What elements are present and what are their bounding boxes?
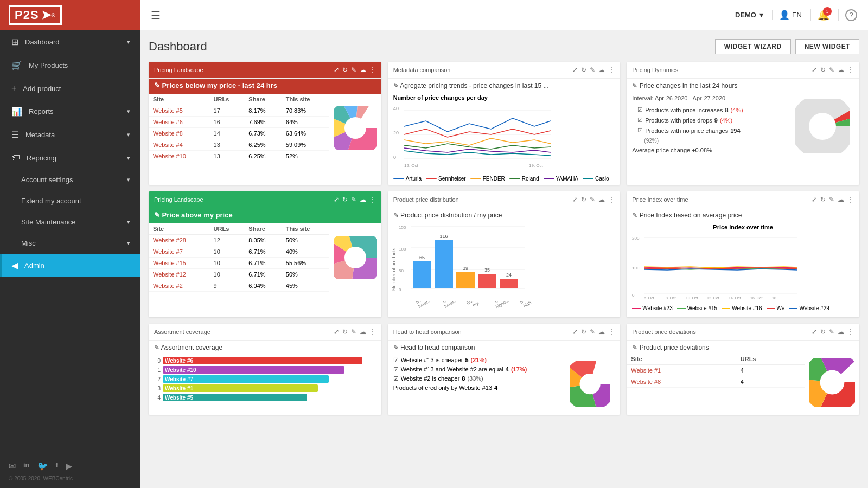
svg-text:40: 40 bbox=[393, 106, 399, 111]
expand-icon[interactable]: ⤢ bbox=[334, 66, 339, 74]
site-link[interactable]: Website #1 bbox=[627, 365, 736, 376]
menu-toggle-button[interactable]: ☰ bbox=[151, 9, 161, 22]
expand-icon[interactable]: ⤢ bbox=[812, 66, 817, 74]
new-widget-button[interactable]: NEW WIDGET bbox=[795, 39, 859, 54]
sidebar-item-metadata[interactable]: ☰ Metadata ▾ bbox=[0, 123, 140, 146]
sidebar-item-add-product[interactable]: + Add product bbox=[0, 77, 140, 100]
widget-title: Pricing Landscape bbox=[154, 67, 334, 73]
expand-icon[interactable]: ⤢ bbox=[334, 328, 339, 336]
refresh-icon[interactable]: ↻ bbox=[342, 66, 348, 74]
refresh-icon[interactable]: ↻ bbox=[820, 196, 826, 203]
metadata-icon: ☰ bbox=[11, 130, 19, 140]
edit-icon[interactable]: ✎ bbox=[351, 66, 356, 74]
h2h-body: ☑ Website #13 is cheaper 5 (21%) ☑ Websi… bbox=[388, 354, 621, 415]
more-icon[interactable]: ⋮ bbox=[608, 328, 615, 336]
sidebar-item-misc[interactable]: Misc ▾ bbox=[0, 233, 140, 254]
help-button[interactable]: ? bbox=[838, 9, 857, 21]
more-icon[interactable]: ⋮ bbox=[369, 196, 376, 203]
cloud-icon[interactable]: ☁ bbox=[838, 328, 844, 336]
refresh-icon[interactable]: ↻ bbox=[342, 196, 348, 203]
expand-icon[interactable]: ⤢ bbox=[572, 196, 578, 203]
cloud-icon[interactable]: ☁ bbox=[598, 328, 605, 336]
svg-text:35: 35 bbox=[484, 267, 490, 273]
url-count: 10 bbox=[209, 258, 245, 269]
x-label: Equal to my.. bbox=[463, 301, 487, 312]
edit-icon[interactable]: ✎ bbox=[351, 328, 356, 336]
sidebar-item-repricing[interactable]: 🏷 Repricing ▾ bbox=[0, 146, 140, 169]
cloud-icon[interactable]: ☁ bbox=[838, 196, 844, 203]
expand-icon[interactable]: ⤢ bbox=[812, 328, 817, 336]
site-link[interactable]: Website #15 bbox=[149, 258, 209, 269]
youtube-icon[interactable]: ▶ bbox=[66, 461, 72, 471]
col-urls: URLs bbox=[209, 94, 245, 105]
site-link[interactable]: Website #12 bbox=[149, 269, 209, 280]
expand-icon[interactable]: ⤢ bbox=[572, 66, 578, 74]
more-icon[interactable]: ⋮ bbox=[369, 328, 376, 336]
edit-icon[interactable]: ✎ bbox=[590, 328, 595, 336]
site-link[interactable]: Website #6 bbox=[149, 117, 209, 128]
edit-icon[interactable]: ✎ bbox=[829, 328, 834, 336]
sidebar-item-label: My Products bbox=[29, 61, 68, 69]
share-val: 6.71% bbox=[244, 269, 281, 280]
more-icon[interactable]: ⋮ bbox=[847, 196, 854, 203]
twitter-icon[interactable]: 🐦 bbox=[37, 461, 48, 471]
refresh-icon[interactable]: ↻ bbox=[342, 328, 348, 336]
more-icon[interactable]: ⋮ bbox=[608, 196, 615, 203]
refresh-icon[interactable]: ↻ bbox=[581, 66, 586, 74]
h2h-count: 8 bbox=[462, 375, 465, 382]
cloud-icon[interactable]: ☁ bbox=[360, 196, 366, 203]
site-link[interactable]: Website #28 bbox=[149, 235, 209, 246]
legend-line-icon bbox=[509, 178, 520, 179]
more-icon[interactable]: ⋮ bbox=[847, 66, 854, 74]
expand-icon[interactable]: ⤢ bbox=[334, 196, 339, 203]
sidebar-item-account-settings[interactable]: Account settings ▾ bbox=[0, 169, 140, 190]
email-icon[interactable]: ✉ bbox=[9, 461, 16, 471]
legend-yamaha: YAMAHA bbox=[544, 176, 579, 182]
plus-icon: + bbox=[11, 84, 16, 93]
share-val: 6.71% bbox=[244, 258, 281, 269]
h2h-text: Website #2 is cheaper bbox=[401, 375, 460, 382]
sidebar-item-dashboard[interactable]: ⊞ Dashboard ▾ bbox=[0, 30, 140, 54]
refresh-icon[interactable]: ↻ bbox=[581, 196, 586, 203]
notifications-button[interactable]: 🔔 3 bbox=[810, 9, 829, 21]
site-link[interactable]: Website #5 bbox=[149, 105, 209, 117]
sidebar-item-admin[interactable]: ◀ Admin bbox=[0, 254, 140, 277]
refresh-icon[interactable]: ↻ bbox=[820, 66, 826, 74]
edit-icon[interactable]: ✎ bbox=[829, 196, 834, 203]
site-link[interactable]: Website #10 bbox=[149, 151, 209, 162]
more-icon[interactable]: ⋮ bbox=[608, 66, 615, 74]
expand-icon[interactable]: ⤢ bbox=[812, 196, 817, 203]
facebook-icon[interactable]: f bbox=[56, 461, 58, 471]
refresh-icon[interactable]: ↻ bbox=[581, 328, 586, 336]
site-link[interactable]: Website #8 bbox=[149, 128, 209, 139]
sidebar-item-extend-account[interactable]: Extend my account bbox=[0, 190, 140, 211]
edit-icon[interactable]: ✎ bbox=[590, 196, 595, 203]
refresh-icon[interactable]: ↻ bbox=[820, 328, 826, 336]
linkedin-icon[interactable]: in bbox=[23, 461, 30, 471]
sidebar-item-my-products[interactable]: 🛒 My Products bbox=[0, 54, 140, 77]
bar-row-2: 2 Website #7 bbox=[154, 375, 376, 383]
site-link[interactable]: Website #8 bbox=[627, 376, 736, 388]
cloud-icon[interactable]: ☁ bbox=[360, 328, 366, 336]
cloud-icon[interactable]: ☁ bbox=[360, 66, 366, 74]
sidebar-item-site-maintenance[interactable]: Site Maintenance ▾ bbox=[0, 211, 140, 233]
legend-label: Casio bbox=[595, 176, 609, 182]
edit-icon[interactable]: ✎ bbox=[351, 196, 356, 203]
site-link[interactable]: Website #2 bbox=[149, 280, 209, 292]
demo-menu[interactable]: DEMO ▾ bbox=[735, 11, 763, 19]
edit-icon[interactable]: ✎ bbox=[829, 66, 834, 74]
site-link[interactable]: Website #7 bbox=[149, 246, 209, 258]
site-link[interactable]: Website #4 bbox=[149, 139, 209, 151]
cloud-icon[interactable]: ☁ bbox=[598, 66, 605, 74]
checkbox-icon: ☑ bbox=[393, 357, 399, 364]
language-menu[interactable]: 👤 EN bbox=[772, 10, 802, 20]
more-icon[interactable]: ⋮ bbox=[369, 66, 376, 74]
more-icon[interactable]: ⋮ bbox=[847, 328, 854, 336]
edit-icon[interactable]: ✎ bbox=[590, 66, 595, 74]
cloud-icon[interactable]: ☁ bbox=[838, 66, 844, 74]
expand-icon[interactable]: ⤢ bbox=[572, 328, 578, 336]
widget-wizard-button[interactable]: WIDGET WIZARD bbox=[715, 39, 791, 54]
legend-sennheiser: Sennheiser bbox=[426, 176, 466, 182]
sidebar-item-reports[interactable]: 📊 Reports ▾ bbox=[0, 100, 140, 123]
cloud-icon[interactable]: ☁ bbox=[598, 196, 605, 203]
